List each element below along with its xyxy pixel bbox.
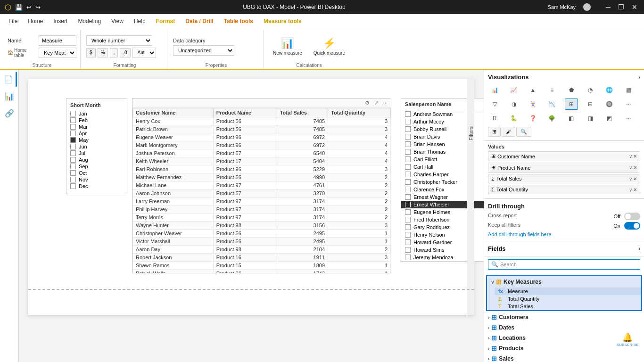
subscribe-button[interactable]: 🔔 SUBSCRIBE <box>616 331 639 348</box>
slicer-month-item[interactable]: Sep <box>70 164 123 169</box>
menu-measure-tools[interactable]: Measure tools <box>259 16 306 26</box>
viz-panel-expand[interactable]: › <box>638 74 640 81</box>
quick-measure-btn[interactable]: ⚡ Quick measure <box>310 35 349 58</box>
menu-modeling[interactable]: Modeling <box>73 16 106 26</box>
filter-icon[interactable]: ⚙ <box>363 99 371 107</box>
viz-decomp-icon[interactable]: 🌳 <box>545 113 559 124</box>
qty-chevron[interactable]: ∨ <box>629 187 632 192</box>
home-table-select[interactable]: Key Measures <box>39 48 76 58</box>
decimal-btn[interactable]: .0 <box>120 48 130 58</box>
sales-chevron[interactable]: ∨ <box>629 176 632 181</box>
close-button[interactable]: ✕ <box>630 3 639 11</box>
viz-q-icon[interactable]: ❓ <box>526 113 539 124</box>
data-category-select[interactable]: Uncategorized <box>173 45 234 56</box>
focus-icon[interactable]: ⤢ <box>373 99 380 107</box>
viz-custom4-icon[interactable]: ··· <box>622 113 635 124</box>
viz-bar-chart-icon[interactable]: 📊 <box>488 84 501 96</box>
quick-access-redo[interactable]: ↪ <box>35 4 41 11</box>
cross-report-toggle[interactable]: Off <box>614 213 640 220</box>
km-total-qty-item[interactable]: Σ Total Quantity <box>495 295 641 303</box>
month-checkbox[interactable] <box>70 183 76 189</box>
slicer-month-item[interactable]: Jun <box>70 144 123 149</box>
slicer-month-item[interactable]: Mar <box>70 124 123 130</box>
menu-table-tools[interactable]: Table tools <box>219 16 258 26</box>
format-select[interactable]: Auto <box>132 48 156 58</box>
customer-remove[interactable]: ✕ <box>633 154 637 159</box>
product-chevron[interactable]: ∨ <box>629 165 632 170</box>
month-checkbox[interactable] <box>70 111 76 116</box>
menu-format[interactable]: Format <box>151 16 180 26</box>
viz-funnel-icon[interactable]: ▽ <box>488 99 501 110</box>
viz-custom2-icon[interactable]: ◨ <box>584 113 597 124</box>
viz-custom3-icon[interactable]: ◩ <box>603 113 616 124</box>
km-measure-item[interactable]: fx Measure <box>495 288 641 295</box>
viz-treemap-icon[interactable]: ▦ <box>622 84 635 96</box>
menu-data-drill[interactable]: Data / Drill <box>181 16 218 26</box>
menu-help[interactable]: Help <box>129 16 150 26</box>
viz-line-chart-icon[interactable]: 📈 <box>507 84 520 96</box>
fields-search-box[interactable]: 🔍 <box>488 259 640 270</box>
fields-expand[interactable]: › <box>638 246 640 252</box>
name-input[interactable] <box>39 35 76 46</box>
slicer-month-item[interactable]: Aug <box>70 157 123 163</box>
customers-header[interactable]: › ⊞ Customers <box>484 312 644 322</box>
viz-py-icon[interactable]: 🐍 <box>507 113 520 124</box>
month-checkbox[interactable] <box>70 157 76 163</box>
viz-map-icon[interactable]: 🌐 <box>603 84 616 96</box>
viz-scatter-icon[interactable]: ⬟ <box>565 84 578 96</box>
data-view-icon[interactable]: 📊 <box>2 89 17 104</box>
maximize-button[interactable]: ❐ <box>616 3 626 11</box>
menu-insert[interactable]: Insert <box>49 16 72 26</box>
month-checkbox[interactable] <box>70 144 76 149</box>
quick-access-undo[interactable]: ↩ <box>26 4 32 11</box>
viz-card-icon[interactable]: 🃏 <box>526 99 539 110</box>
menu-file[interactable]: File <box>4 16 22 26</box>
minimize-button[interactable]: ─ <box>604 3 612 11</box>
month-checkbox[interactable] <box>70 131 76 136</box>
viz-combo-chart-icon[interactable]: ≡ <box>545 84 559 96</box>
keep-filters-track[interactable] <box>624 222 640 230</box>
slicer-month-item[interactable]: Jul <box>70 150 123 156</box>
qty-remove[interactable]: ✕ <box>633 187 637 192</box>
sales-remove[interactable]: ✕ <box>633 176 637 181</box>
report-view-icon[interactable]: 📄 <box>2 72 17 87</box>
slicer-month-item[interactable]: Feb <box>70 117 123 123</box>
value-total-quantity[interactable]: Σ Total Quantity ∨ ✕ <box>488 185 640 194</box>
percent-btn[interactable]: % <box>98 48 108 58</box>
viz-gauge-icon[interactable]: ◑ <box>507 99 520 110</box>
model-view-icon[interactable]: 🔗 <box>2 106 17 121</box>
slicer-month-item[interactable]: Oct <box>70 170 123 176</box>
key-measures-header[interactable]: ∨ ⊞ Key Measures <box>487 276 641 288</box>
menu-view[interactable]: View <box>107 16 128 26</box>
viz-more-icon[interactable]: ··· <box>622 99 635 110</box>
viz-custom1-icon[interactable]: ◧ <box>565 113 578 124</box>
month-checkbox[interactable] <box>70 124 76 130</box>
fields-search-input[interactable] <box>500 262 637 267</box>
slicer-month-item[interactable]: Apr <box>70 131 123 136</box>
viz-area-chart-icon[interactable]: ▲ <box>526 84 539 96</box>
add-drill-fields[interactable]: Add drill-through fields here <box>488 231 640 237</box>
sales-header[interactable]: › ⊞ Sales <box>484 354 644 362</box>
slicer-month-item[interactable]: Jan <box>70 111 123 116</box>
slicer-month-item[interactable]: Nov <box>70 177 123 182</box>
viz-r-icon[interactable]: R <box>488 113 501 124</box>
customer-chevron[interactable]: ∨ <box>629 154 632 159</box>
viz-tab-format[interactable]: 🖌 <box>502 127 515 137</box>
month-checkbox[interactable] <box>70 137 76 143</box>
viz-kpi-icon[interactable]: 📉 <box>545 99 559 110</box>
km-total-sales-item[interactable]: Σ Total Sales <box>495 303 641 310</box>
viz-table-icon[interactable]: ⊞ <box>565 99 578 110</box>
comma-btn[interactable]: , <box>110 48 118 58</box>
viz-pie-icon[interactable]: ◔ <box>584 84 597 96</box>
currency-btn[interactable]: $ <box>86 48 96 58</box>
quick-access-save[interactable]: 💾 <box>15 4 23 11</box>
month-checkbox[interactable] <box>70 177 76 182</box>
value-product-name[interactable]: ⊞ Product Name ∨ ✕ <box>488 163 640 173</box>
month-checkbox[interactable] <box>70 117 76 123</box>
slicer-month-item[interactable]: Dec <box>70 183 123 189</box>
cross-report-track[interactable] <box>624 213 640 220</box>
month-checkbox[interactable] <box>70 170 76 176</box>
viz-tab-analytics[interactable]: 🔍 <box>516 127 531 137</box>
value-total-sales[interactable]: Σ Total Sales ∨ ✕ <box>488 174 640 183</box>
slicer-month-item[interactable]: May <box>70 137 123 143</box>
